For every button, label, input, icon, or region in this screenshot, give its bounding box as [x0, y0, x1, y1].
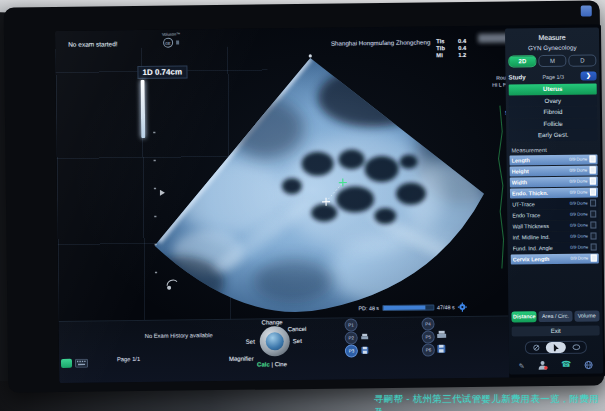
depth-scale-marks	[153, 132, 157, 273]
keyboard-icon[interactable]	[75, 359, 88, 368]
blue-reflection	[581, 5, 592, 16]
measure-panel: Measure GYN Gynecology 2D M D Study Page…	[505, 27, 603, 374]
page-indicator: Page 1/1	[117, 356, 140, 362]
trackball-top-label: Change	[261, 319, 282, 325]
measurement-header: Measurement	[509, 146, 597, 153]
trackball-ball-icon	[266, 332, 284, 350]
next-page-button[interactable]: ❯	[580, 71, 596, 80]
globe-icon[interactable]	[584, 360, 593, 369]
printer-icon	[437, 330, 447, 339]
measurement-row-length[interactable]: Length0/9 Done	[510, 154, 598, 165]
checkbox-icon[interactable]	[590, 244, 597, 251]
study-header: Study Page 1/3 ❯	[509, 71, 597, 81]
study-item-follicle[interactable]: Follicle	[509, 118, 597, 130]
measurement-row-inf-midline-ind[interactable]: Inf. Midline Ind.0/9 Done	[510, 231, 598, 242]
ultrasound-monitor: No exam started! Voluson™ GE 1D 0.74cm S…	[4, 0, 605, 392]
cursor-toggle[interactable]	[546, 342, 566, 353]
measurement-row-width[interactable]: Width0/9 Done	[510, 176, 598, 187]
panel-subtitle: GYN Gynecology	[508, 43, 596, 51]
study-item-early-gest[interactable]: Early Gest.	[509, 129, 597, 141]
progress-bar	[382, 304, 434, 311]
save-disk-icon	[361, 346, 369, 354]
progress-label: PD: 48 s	[358, 305, 379, 311]
study-item-fibroid[interactable]: Fibroid	[509, 106, 597, 118]
progress-value: 47/48 s	[437, 304, 455, 310]
tab-2d[interactable]: 2D	[508, 55, 536, 67]
checkbox-icon[interactable]	[590, 255, 597, 262]
distance-button[interactable]: Distance	[511, 311, 537, 322]
bodymark-icon	[167, 280, 177, 289]
voluson-logo: Voluson™ GE	[149, 31, 193, 48]
p3-button[interactable]: P3	[345, 344, 358, 357]
p1-button[interactable]: P1	[344, 318, 357, 331]
probe-apex-marker	[309, 54, 312, 57]
checkbox-icon[interactable]	[590, 200, 597, 207]
p5-button[interactable]: P5	[422, 330, 435, 343]
study-page-indicator: Page 1/3	[528, 73, 579, 80]
checkbox-icon[interactable]	[590, 211, 597, 218]
utility-icons: ✎ ☎	[512, 359, 600, 370]
ellipse-toggle[interactable]	[566, 342, 586, 353]
trackball-left-label: Set	[246, 339, 255, 345]
mode-tabs: 2D M D	[508, 54, 596, 67]
panel-title: Measure	[508, 33, 596, 41]
generic-tools: Distance Area / Circ. Volume	[511, 310, 599, 322]
logo-square-icon	[176, 41, 180, 45]
patient-icon[interactable]	[538, 360, 548, 370]
trackball-topright-label: Cancel	[288, 326, 307, 332]
checkbox-icon[interactable]	[590, 233, 597, 240]
ultrasound-screen: No exam started! Voluson™ GE 1D 0.74cm S…	[55, 24, 605, 383]
study-item-uterus[interactable]: Uterus	[509, 83, 597, 95]
archive-progress: PD: 48 s 47/48 s	[358, 302, 467, 313]
caliper-style-toggle	[525, 341, 587, 355]
p6-button[interactable]: P6	[422, 343, 435, 356]
checkbox-icon[interactable]	[589, 167, 596, 174]
tgc-curve	[498, 106, 504, 269]
study-list: Uterus Ovary Fibroid Follicle Early Gest…	[509, 83, 598, 142]
study-item-ovary[interactable]: Ovary	[509, 95, 597, 107]
trackball-right-label: Set	[293, 338, 302, 344]
printer-icon	[361, 333, 369, 340]
no-exam-status: No exam started!	[68, 40, 118, 48]
focus-marker-icon	[160, 190, 165, 196]
checkbox-icon[interactable]	[590, 222, 597, 229]
ge-logo-icon: GE	[163, 38, 173, 48]
measurement-row-endo-thickn[interactable]: Endo. Thickn.0/9 Done	[510, 187, 598, 198]
measurement-row-cervix-length[interactable]: Cervix Length0/9 Done	[511, 253, 599, 264]
tab-m[interactable]: M	[538, 55, 566, 67]
pencil-icon[interactable]: ✎	[519, 362, 525, 369]
measurement-list: Length0/9 Done Height0/9 Done Width0/9 D…	[510, 154, 599, 265]
photo-watermark: 寻嗣帮 - 杭州第三代试管婴儿新费用表一览，附费用及	[374, 393, 605, 411]
area-circ-button[interactable]: Area / Circ.	[539, 311, 572, 322]
measurement-row-endo-trace[interactable]: Endo Trace0/9 Done	[510, 209, 598, 220]
trackball-bottomleft-label: Magnifier	[229, 356, 254, 362]
measurement-row-ut-trace[interactable]: UT-Trace0/9 Done	[510, 198, 598, 209]
checkbox-icon[interactable]	[589, 189, 596, 196]
measurement-row-height[interactable]: Height0/9 Done	[510, 165, 598, 176]
ultrasound-image	[110, 43, 564, 338]
p2-button[interactable]: P2	[345, 331, 358, 344]
tab-d[interactable]: D	[568, 54, 596, 66]
exit-button[interactable]: Exit	[512, 325, 600, 336]
p4-button[interactable]: P4	[421, 317, 434, 330]
caliper-toggle[interactable]	[526, 342, 546, 353]
checkbox-icon[interactable]	[589, 156, 596, 163]
phone-icon[interactable]: ☎	[561, 361, 571, 369]
measurement-row-wall-thickness[interactable]: Wall Thickness0/9 Done	[510, 220, 598, 231]
save-disk-icon	[437, 344, 446, 353]
clipboard-green-icon[interactable]	[61, 359, 72, 368]
gear-icon[interactable]	[458, 302, 468, 312]
volume-button[interactable]: Volume	[574, 310, 600, 321]
trackball-bottom-label: Calc | Cine	[257, 361, 287, 367]
voluson-wordmark: Voluson™	[149, 31, 193, 37]
measurement-row-fund-ind-angle[interactable]: Fund. Ind. Angle0/9 Done	[511, 242, 599, 253]
study-label: Study	[509, 73, 526, 80]
checkbox-icon[interactable]	[589, 178, 596, 185]
